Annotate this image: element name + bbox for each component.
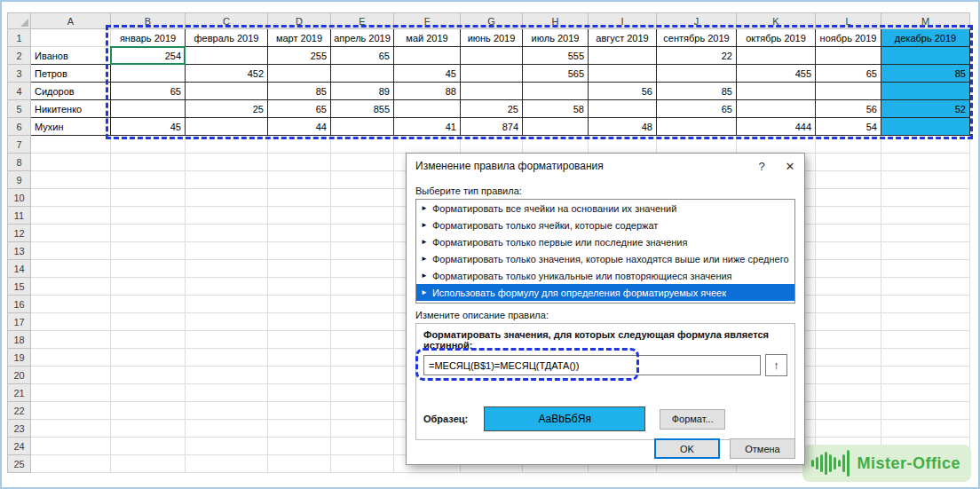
column-header-C[interactable]: C: [186, 13, 268, 29]
cell-C22[interactable]: [186, 402, 268, 420]
format-button[interactable]: Формат...: [660, 409, 725, 430]
rule-type-item[interactable]: ►Форматировать все ячейки на основании и…: [416, 200, 794, 217]
cell-M11[interactable]: [881, 207, 970, 225]
cell-B10[interactable]: [111, 189, 186, 207]
cell-M1[interactable]: декабрь 2019: [881, 29, 970, 47]
row-header-25[interactable]: 25: [8, 455, 31, 473]
cell-A21[interactable]: [31, 384, 111, 402]
cell-E15[interactable]: [331, 278, 394, 296]
cell-D14[interactable]: [268, 260, 331, 278]
formula-input[interactable]: [423, 355, 761, 375]
cell-D3[interactable]: [268, 65, 331, 83]
cell-I5[interactable]: [589, 100, 657, 118]
cell-L21[interactable]: [816, 384, 881, 402]
row-header-12[interactable]: 12: [8, 225, 31, 242]
cell-A23[interactable]: [31, 420, 111, 438]
column-header-G[interactable]: G: [461, 13, 523, 29]
select-all-corner[interactable]: [8, 13, 31, 29]
cell-D12[interactable]: [268, 225, 331, 242]
cell-E18[interactable]: [331, 331, 394, 349]
column-header-F[interactable]: F: [394, 13, 461, 29]
cell-C16[interactable]: [186, 296, 268, 313]
cell-C8[interactable]: [186, 154, 268, 171]
cell-A18[interactable]: [31, 331, 111, 349]
column-header-E[interactable]: E: [331, 13, 394, 29]
cell-A5[interactable]: Никитенко: [31, 100, 111, 118]
rule-type-item[interactable]: ►Форматировать только значения, которые …: [416, 250, 794, 267]
cell-C11[interactable]: [186, 207, 268, 225]
cell-E10[interactable]: [331, 189, 394, 207]
cell-E11[interactable]: [331, 207, 394, 225]
cell-D25[interactable]: [268, 455, 331, 473]
cell-B6[interactable]: 45: [111, 118, 186, 136]
cell-E17[interactable]: [331, 313, 394, 331]
cell-M9[interactable]: [881, 171, 970, 189]
cell-M14[interactable]: [881, 260, 970, 278]
cell-B9[interactable]: [111, 171, 186, 189]
cell-F5[interactable]: [394, 100, 461, 118]
cell-H2[interactable]: 555: [523, 47, 589, 65]
cell-H7[interactable]: [523, 136, 589, 154]
cell-M10[interactable]: [881, 189, 970, 207]
cell-G1[interactable]: июнь 2019: [461, 29, 523, 47]
cell-B1[interactable]: январь 2019: [111, 29, 186, 47]
rule-type-item[interactable]: ►Форматировать только первые или последн…: [416, 233, 794, 250]
cell-B19[interactable]: [111, 349, 186, 367]
cell-C1[interactable]: февраль 2019: [186, 29, 268, 47]
cell-C21[interactable]: [186, 384, 268, 402]
cell-E3[interactable]: [331, 65, 394, 83]
cell-L9[interactable]: [816, 171, 881, 189]
cell-J7[interactable]: [657, 136, 737, 154]
cell-B25[interactable]: [111, 455, 186, 473]
cell-E4[interactable]: 89: [331, 83, 394, 100]
cell-C18[interactable]: [186, 331, 268, 349]
cell-B3[interactable]: [111, 65, 186, 83]
column-header-I[interactable]: I: [589, 13, 657, 29]
cell-A17[interactable]: [31, 313, 111, 331]
cell-D22[interactable]: [268, 402, 331, 420]
cell-D2[interactable]: 255: [268, 47, 331, 65]
cell-L1[interactable]: ноябрь 2019: [816, 29, 881, 47]
cell-I2[interactable]: [589, 47, 657, 65]
cell-K5[interactable]: [737, 100, 816, 118]
cell-D9[interactable]: [268, 171, 331, 189]
cancel-button[interactable]: Отмена: [730, 438, 795, 459]
cell-D19[interactable]: [268, 349, 331, 367]
column-header-A[interactable]: A: [31, 13, 111, 29]
cell-A12[interactable]: [31, 225, 111, 242]
cell-J1[interactable]: сентябрь 2019: [657, 29, 737, 47]
row-header-21[interactable]: 21: [8, 384, 31, 402]
cell-C9[interactable]: [186, 171, 268, 189]
cell-A11[interactable]: [31, 207, 111, 225]
row-header-7[interactable]: 7: [8, 136, 31, 154]
cell-L23[interactable]: [816, 420, 881, 438]
cell-B13[interactable]: [111, 242, 186, 260]
cell-B14[interactable]: [111, 260, 186, 278]
cell-A13[interactable]: [31, 242, 111, 260]
cell-C20[interactable]: [186, 367, 268, 384]
cell-C10[interactable]: [186, 189, 268, 207]
cell-C23[interactable]: [186, 420, 268, 438]
cell-B2[interactable]: 254: [111, 47, 186, 65]
cell-K1[interactable]: октябрь 2019: [737, 29, 816, 47]
cell-G4[interactable]: [461, 83, 523, 100]
cell-B8[interactable]: [111, 154, 186, 171]
cell-G3[interactable]: [461, 65, 523, 83]
cell-E20[interactable]: [331, 367, 394, 384]
help-icon[interactable]: ?: [747, 154, 776, 178]
cell-I7[interactable]: [589, 136, 657, 154]
cell-D15[interactable]: [268, 278, 331, 296]
row-header-22[interactable]: 22: [8, 402, 31, 420]
cell-D10[interactable]: [268, 189, 331, 207]
cell-F2[interactable]: [394, 47, 461, 65]
cell-B21[interactable]: [111, 384, 186, 402]
cell-D18[interactable]: [268, 331, 331, 349]
cell-F7[interactable]: [394, 136, 461, 154]
cell-L5[interactable]: 56: [816, 100, 881, 118]
cell-F1[interactable]: май 2019: [394, 29, 461, 47]
cell-L2[interactable]: [816, 47, 881, 65]
cell-A15[interactable]: [31, 278, 111, 296]
row-header-19[interactable]: 19: [8, 349, 31, 367]
cell-C17[interactable]: [186, 313, 268, 331]
cell-A7[interactable]: [31, 136, 111, 154]
